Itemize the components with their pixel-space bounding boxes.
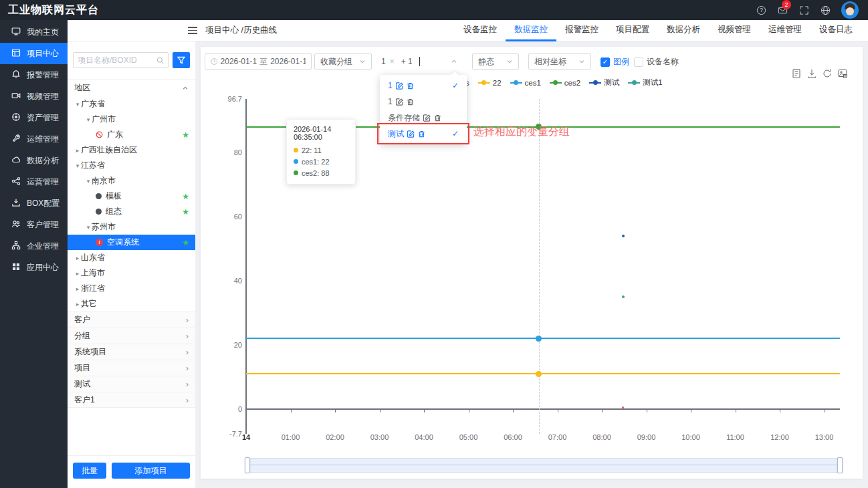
datazoom-slider[interactable] <box>246 458 841 473</box>
tree-section-测试[interactable]: 测试› <box>68 376 195 392</box>
sitemap-icon <box>11 241 21 252</box>
tree-node[interactable]: 组态★ <box>68 204 195 219</box>
series-line-ces1[interactable] <box>246 338 840 339</box>
sidebar-item-sitemap[interactable]: 企业管理 <box>0 235 68 257</box>
tab-报警监控[interactable]: 报警监控 <box>556 20 607 41</box>
fullscreen-icon[interactable] <box>798 5 809 15</box>
edit-icon[interactable] <box>396 98 403 106</box>
sidebar-item-apps[interactable]: 应用中心 <box>0 257 68 278</box>
edit-icon[interactable] <box>407 130 415 138</box>
monitor-icon <box>11 27 21 38</box>
region-section-header[interactable]: 地区 <box>68 79 195 96</box>
x-tick <box>691 410 691 412</box>
datazoom-left-handle[interactable] <box>245 457 250 473</box>
trash-icon[interactable] <box>407 98 414 106</box>
tree-node[interactable]: ▸山东省 <box>68 250 195 265</box>
tab-数据分析[interactable]: 数据分析 <box>658 20 709 41</box>
sidebar-item-monitor[interactable]: 我的主页 <box>0 21 68 43</box>
tree-caret-icon[interactable]: ▾ <box>74 101 81 108</box>
trash-icon[interactable] <box>434 114 441 122</box>
tree-node[interactable]: 模板★ <box>68 189 195 204</box>
edit-icon[interactable] <box>423 114 431 122</box>
tree-section-客户1[interactable]: 客户1› <box>68 392 195 408</box>
breadcrumb: 项目中心 /历史曲线 <box>205 25 277 36</box>
tree-node[interactable]: ▸上海市 <box>68 265 195 281</box>
dropdown-item-条件存储[interactable]: 条件存储 <box>380 110 467 126</box>
sidebar-item-asset[interactable]: 资产管理 <box>0 107 68 128</box>
datazoom-right-handle[interactable] <box>837 457 843 473</box>
tree-node[interactable]: 广东★ <box>68 127 195 142</box>
tree-node-label: 广东 <box>107 129 123 140</box>
tree-caret-icon[interactable]: ▾ <box>74 162 81 169</box>
sidebar-item-bell[interactable]: 报警管理 <box>0 64 68 86</box>
tree-node[interactable]: ▸广西壮族自治区 <box>68 142 195 158</box>
mail-icon[interactable]: 2 <box>777 5 788 15</box>
sidebar-item-projects[interactable]: 项目中心 <box>0 43 68 64</box>
sidebar-item-users[interactable]: 客户管理 <box>0 214 68 235</box>
tree-caret-icon[interactable]: ▸ <box>74 270 81 277</box>
filter-button[interactable] <box>173 52 190 68</box>
trash-icon[interactable] <box>418 130 425 138</box>
sidebar-item-camera[interactable]: 视频管理 <box>0 86 68 107</box>
tab-设备日志[interactable]: 设备日志 <box>810 20 861 41</box>
sidebar-item-cloud[interactable]: 数据分析 <box>0 150 68 171</box>
y-tick-label: 20 <box>213 341 242 349</box>
batch-button[interactable]: 批量 <box>73 463 106 479</box>
sidebar-item-share[interactable]: 运营管理 <box>0 171 68 193</box>
x-tick-label: 11:00 <box>718 433 753 441</box>
user-avatar[interactable] <box>841 1 859 19</box>
favorite-star-icon[interactable]: ★ <box>182 207 189 217</box>
tab-设备监控[interactable]: 设备监控 <box>455 20 506 41</box>
series-point-测试[interactable] <box>622 235 625 237</box>
series-point-测试1[interactable] <box>622 295 625 298</box>
x-tick-label: 01:00 <box>274 433 308 441</box>
tooltip-row-text: ces2: 88 <box>302 169 330 177</box>
tree-node[interactable]: ▾广东省 <box>68 96 195 112</box>
chart-plot[interactable]: 96.7806040200-7.71401:0002:0003:0004:000… <box>201 47 863 479</box>
help-icon[interactable]: ? <box>756 5 766 15</box>
dropdown-item-测试[interactable]: 测试✓ <box>380 126 467 142</box>
tree-caret-icon[interactable]: ▸ <box>74 301 81 308</box>
tree-caret-icon[interactable]: ▾ <box>85 178 92 185</box>
globe-icon[interactable] <box>820 5 831 15</box>
menu-toggle-icon[interactable] <box>188 27 197 34</box>
tree-node[interactable]: ▾江苏省 <box>68 158 195 173</box>
sidebar-item-boxdl[interactable]: BOX配置 <box>0 193 68 214</box>
tree-section-分组[interactable]: 分组› <box>68 328 195 344</box>
project-search-box[interactable] <box>73 52 169 68</box>
favorite-star-icon[interactable]: ★ <box>182 238 189 247</box>
tab-数据监控[interactable]: 数据监控 <box>506 20 556 41</box>
trash-icon[interactable] <box>407 82 414 90</box>
tree-node[interactable]: !空调系统★ <box>68 235 195 250</box>
tree-caret-icon[interactable]: ▸ <box>74 147 81 154</box>
tree-node[interactable]: ▾南京市 <box>68 173 195 189</box>
dropdown-item-label: 测试 <box>388 128 404 140</box>
dropdown-item-1[interactable]: 1 <box>380 94 467 110</box>
series-line-22[interactable] <box>246 373 840 374</box>
tab-项目配置[interactable]: 项目配置 <box>607 20 658 41</box>
tab-运维管理[interactable]: 运维管理 <box>760 20 810 41</box>
tree-section-项目[interactable]: 项目› <box>68 360 195 376</box>
favorite-star-icon[interactable]: ★ <box>182 192 189 201</box>
edit-icon[interactable] <box>396 82 403 90</box>
add-project-button[interactable]: 添加项目 <box>112 463 190 479</box>
search-icon[interactable] <box>156 56 164 65</box>
project-search-input[interactable] <box>78 55 154 65</box>
chevron-up-icon <box>182 85 189 92</box>
series-point-22[interactable] <box>536 371 542 377</box>
tree-node[interactable]: ▸浙江省 <box>68 281 195 296</box>
tree-node[interactable]: ▾苏州市 <box>68 219 195 235</box>
tree-node[interactable]: ▾广州市 <box>68 112 195 127</box>
tree-caret-icon[interactable]: ▸ <box>74 285 81 292</box>
tree-section-系统项目[interactable]: 系统项目› <box>68 344 195 360</box>
tree-section-客户[interactable]: 客户› <box>68 312 195 328</box>
tree-caret-icon[interactable]: ▾ <box>85 224 92 231</box>
tab-视频管理[interactable]: 视频管理 <box>709 20 760 41</box>
tree-caret-icon[interactable]: ▾ <box>85 116 92 123</box>
tree-caret-icon[interactable]: ▸ <box>74 255 81 261</box>
tree-node[interactable]: ▸其它 <box>68 296 195 312</box>
favorite-star-icon[interactable]: ★ <box>182 130 189 140</box>
dropdown-item-1[interactable]: 1✓ <box>380 78 467 94</box>
sidebar-item-wrench[interactable]: 运维管理 <box>0 128 68 150</box>
series-point-ces1[interactable] <box>536 336 542 342</box>
